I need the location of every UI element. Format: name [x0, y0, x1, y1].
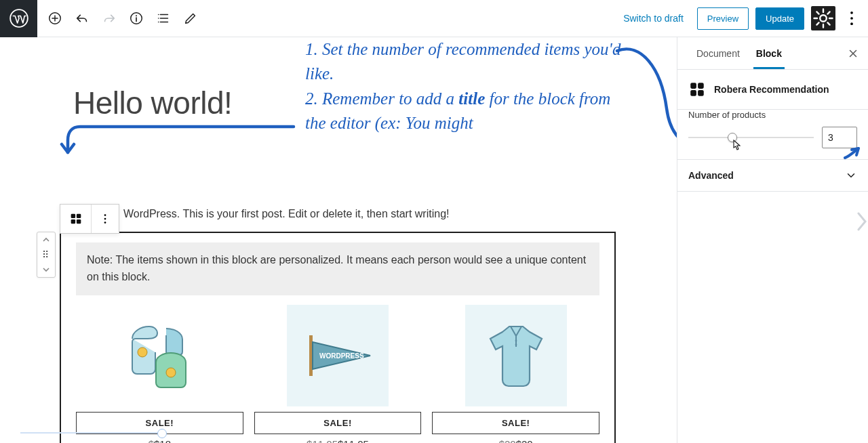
- block-note: Note: The items shown in this block are …: [76, 242, 599, 295]
- info-button[interactable]: [124, 6, 149, 30]
- pencil-icon: [183, 11, 198, 26]
- number-of-products-control: 3: [677, 127, 868, 160]
- chevron-down-icon: [845, 169, 857, 182]
- svg-rect-21: [690, 83, 696, 89]
- block-toolbar: [60, 204, 119, 234]
- block-more-button[interactable]: [92, 205, 119, 233]
- intro-paragraph[interactable]: WordPress. This is your first post. Edit…: [123, 208, 449, 220]
- redo-icon: [102, 11, 117, 26]
- editor-top-toolbar: Switch to draft Preview Update: [0, 0, 868, 37]
- gear-icon: [811, 6, 835, 30]
- number-slider[interactable]: [688, 137, 814, 138]
- product-row: SALE! $$18 Add to cart WORDPRESS SA: [61, 305, 614, 443]
- product-card: WORDPRESS SALE! $11.05$11.05 Add to cart: [254, 305, 422, 443]
- product-image: [108, 305, 210, 406]
- more-vertical-icon: [98, 211, 113, 226]
- advanced-panel-toggle[interactable]: Advanced: [677, 160, 868, 192]
- svg-rect-24: [698, 90, 704, 96]
- annotation-arrowhead-icon: [844, 146, 864, 161]
- sale-badge: SALE!: [254, 412, 422, 434]
- svg-point-3: [136, 15, 137, 16]
- update-button[interactable]: Update: [755, 7, 804, 30]
- sidebar-close-button[interactable]: [842, 43, 864, 64]
- price: $20$20: [499, 438, 533, 443]
- toolbar-left-group: [37, 6, 208, 30]
- info-icon: [129, 11, 144, 26]
- redo-button[interactable]: [97, 6, 121, 30]
- undo-icon: [75, 11, 90, 26]
- svg-point-19: [515, 339, 517, 341]
- add-block-button[interactable]: [43, 6, 67, 30]
- svg-point-13: [104, 218, 106, 220]
- chevron-down-icon: [42, 266, 50, 274]
- block-mover: ⠿: [37, 232, 56, 278]
- switch-to-draft-link[interactable]: Switch to draft: [616, 7, 690, 29]
- svg-text:WORDPRESS: WORDPRESS: [319, 352, 364, 360]
- product-card: SALE! $20$20 Add to cart: [432, 305, 599, 443]
- settings-toggle-button[interactable]: [811, 6, 835, 30]
- recommendation-block[interactable]: Note: The items shown in this block are …: [60, 232, 616, 443]
- svg-point-12: [104, 214, 106, 216]
- svg-rect-11: [76, 219, 80, 224]
- block-name: Robera Recommendation: [714, 84, 829, 95]
- outline-button[interactable]: [151, 6, 176, 30]
- more-menu-button[interactable]: [842, 6, 861, 30]
- product-image: [465, 305, 567, 406]
- number-of-products-label: Number of products: [688, 110, 868, 120]
- svg-rect-22: [698, 83, 704, 89]
- move-down-button[interactable]: [37, 262, 55, 277]
- product-card: SALE! $$18 Add to cart: [76, 305, 243, 443]
- block-identity: Robera Recommendation: [677, 70, 868, 110]
- preview-button[interactable]: Preview: [697, 7, 749, 30]
- wordpress-icon: [9, 9, 28, 28]
- svg-rect-9: [76, 214, 80, 218]
- svg-rect-8: [71, 214, 75, 218]
- move-up-button[interactable]: [37, 232, 55, 247]
- apparel-icon: [119, 315, 200, 396]
- settings-sidebar: Document Block Robera Recommendation Num…: [677, 37, 868, 443]
- close-icon: [847, 47, 859, 60]
- undo-button[interactable]: [70, 6, 94, 30]
- price: $11.05$11.05: [307, 438, 369, 443]
- svg-point-5: [850, 12, 853, 14]
- price: $$18: [149, 438, 171, 443]
- cursor-pointer-icon: [730, 140, 742, 156]
- tab-document[interactable]: Document: [688, 39, 748, 68]
- pennant-icon: WORDPRESS: [297, 315, 378, 396]
- annotation-line-1: 1. Set the number of recommended items y…: [305, 37, 624, 87]
- svg-point-20: [515, 343, 517, 345]
- polo-shirt-icon: [475, 315, 557, 396]
- svg-point-14: [104, 222, 106, 224]
- chevron-right-icon: [854, 207, 868, 236]
- title-underline: [73, 127, 290, 127]
- svg-point-16: [166, 368, 176, 377]
- svg-rect-23: [690, 90, 696, 96]
- wp-logo-button[interactable]: [0, 0, 37, 37]
- editor-workspace: 1. Set the number of recommended items y…: [0, 37, 868, 443]
- svg-rect-10: [71, 219, 75, 224]
- edit-button[interactable]: [178, 6, 203, 30]
- sidebar-expand-chevron[interactable]: [854, 207, 868, 239]
- block-grid-icon: [688, 81, 706, 98]
- annotation-line-2: 2. Remember to add a title for the block…: [305, 87, 624, 136]
- block-grid-icon: [68, 211, 83, 226]
- product-image: WORDPRESS: [287, 305, 389, 406]
- sale-badge: SALE!: [432, 412, 599, 434]
- tab-block[interactable]: Block: [748, 39, 790, 68]
- svg-point-7: [850, 22, 853, 25]
- list-icon: [156, 11, 171, 26]
- timeline-rule: [20, 432, 163, 434]
- annotation-text: 1. Set the number of recommended items y…: [305, 37, 624, 135]
- block-type-button[interactable]: [60, 205, 92, 233]
- svg-point-15: [138, 347, 147, 357]
- chevron-up-icon: [42, 236, 50, 244]
- svg-point-4: [820, 15, 827, 22]
- annotation-arrow-left: [60, 120, 297, 161]
- sidebar-tabs: Document Block: [677, 37, 868, 70]
- more-vertical-icon: [842, 9, 861, 28]
- drag-handle[interactable]: ⠿: [37, 247, 55, 262]
- plus-circle-icon: [47, 11, 62, 26]
- svg-point-6: [850, 17, 853, 20]
- toolbar-right-group: Switch to draft Preview Update: [616, 6, 868, 30]
- editor-canvas[interactable]: 1. Set the number of recommended items y…: [0, 37, 677, 443]
